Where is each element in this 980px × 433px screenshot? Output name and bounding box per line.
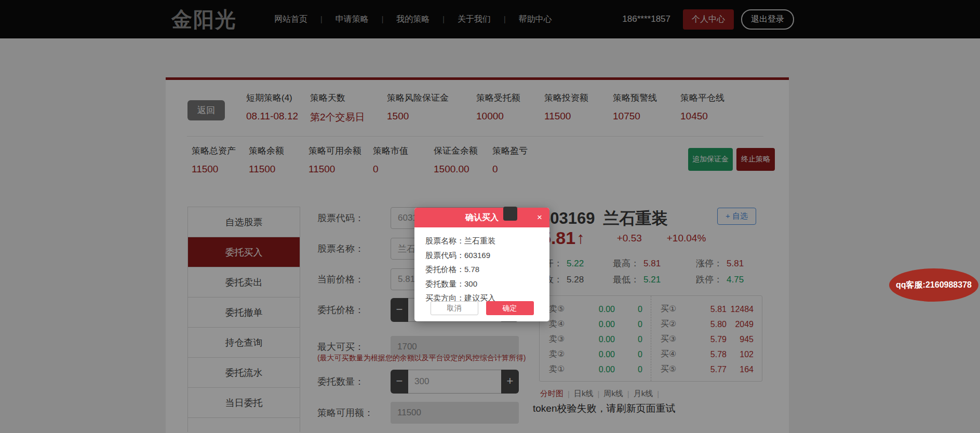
stock-code-search-button[interactable] bbox=[503, 207, 517, 221]
dialog-stock-code: 股票代码：603169 bbox=[425, 248, 539, 263]
qq-customer-service-badge[interactable]: qq客服:2160988378 bbox=[889, 268, 978, 302]
dialog-title: 确认买入 bbox=[465, 213, 499, 222]
close-icon[interactable]: × bbox=[537, 208, 542, 227]
dialog-order-price: 委托价格：5.78 bbox=[425, 262, 539, 277]
dialog-header: 确认买入 × bbox=[414, 208, 549, 227]
cancel-button[interactable]: 取消 bbox=[431, 301, 478, 315]
dialog-order-qty: 委托数量：300 bbox=[425, 277, 539, 291]
confirm-buy-dialog: 确认买入 × 股票名称：兰石重装 股票代码：603169 委托价格：5.78 委… bbox=[414, 208, 549, 321]
dialog-stock-name: 股票名称：兰石重装 bbox=[425, 234, 539, 248]
dialog-footer: 取消 确定 bbox=[414, 301, 549, 315]
confirm-button[interactable]: 确定 bbox=[486, 301, 534, 315]
dialog-body: 股票名称：兰石重装 股票代码：603169 委托价格：5.78 委托数量：300… bbox=[414, 227, 549, 305]
